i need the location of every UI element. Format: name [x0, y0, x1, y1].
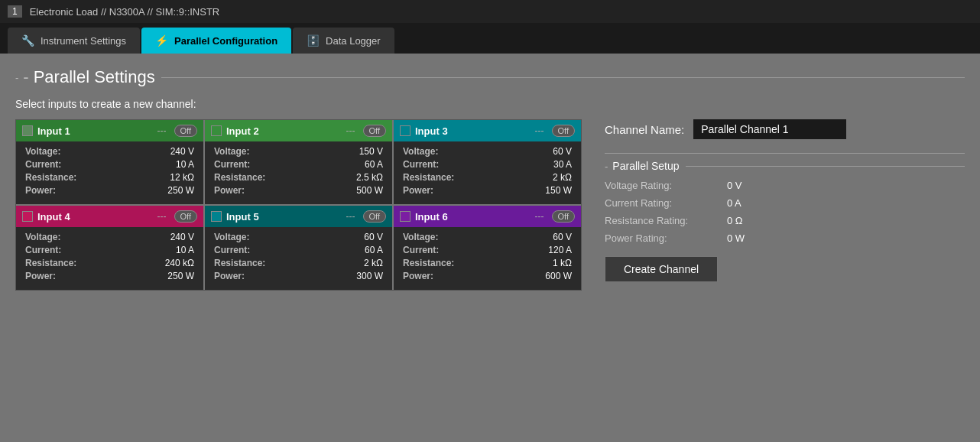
layout: Input 1 --- Off Voltage:240 V Current:10…: [15, 119, 965, 291]
r-label-4: Resistance:: [25, 258, 76, 268]
dashes-4: ---: [157, 211, 167, 222]
input-card-6[interactable]: Input 6 --- Off Voltage:60 V Current:120…: [394, 206, 581, 290]
power-rating-value: 0 W: [727, 232, 745, 244]
power-rating-label: Power Rating:: [605, 232, 712, 244]
tab-label: Parallel Configuration: [174, 35, 277, 47]
voltage-rating-value: 0 V: [727, 180, 742, 191]
main-content: - Parallel Settings Select inputs to cre…: [0, 54, 980, 442]
current-rating-value: 0 A: [727, 197, 741, 209]
p-val-2: 500 W: [356, 185, 383, 196]
logger-icon: 🗄️: [307, 34, 320, 47]
p-val-4: 250 W: [167, 271, 194, 281]
c-label-3: Current:: [403, 159, 439, 170]
window-number: 1: [8, 5, 22, 18]
dashes-2: ---: [346, 125, 355, 136]
color-box-5: [211, 211, 222, 222]
input-name-6: Input 6: [415, 211, 531, 223]
r-val-5: 2 kΩ: [364, 258, 383, 268]
tab-bar: 🔧 Instrument Settings ⚡ Parallel Configu…: [0, 23, 980, 54]
c-val-5: 60 A: [365, 245, 383, 255]
p-label-6: Power:: [403, 271, 433, 281]
v-val-5: 60 V: [364, 232, 383, 242]
input-name-5: Input 5: [226, 211, 342, 223]
color-box-1: [22, 125, 33, 136]
channel-name-label: Channel Name:: [605, 123, 684, 136]
v-label-5: Voltage:: [214, 232, 249, 242]
dashes-6: ---: [535, 211, 544, 222]
input-card-5[interactable]: Input 5 --- Off Voltage:60 V Current:60 …: [205, 206, 392, 290]
title-dash: -: [15, 72, 18, 83]
input-card-2[interactable]: Input 2 --- Off Voltage:150 V Current:60…: [205, 120, 392, 204]
dashes-3: ---: [535, 125, 544, 136]
tab-label: Instrument Settings: [41, 35, 126, 47]
p-val-5: 300 W: [356, 271, 383, 281]
p-label-1: Power:: [25, 185, 56, 196]
c-val-3: 30 A: [553, 159, 572, 170]
input-name-4: Input 4: [37, 211, 153, 223]
parallel-setup-title: Parallel Setup: [612, 160, 679, 172]
r-val-3: 2 kΩ: [553, 172, 572, 183]
current-rating-label: Current Rating:: [605, 197, 712, 209]
setup-dash: -: [605, 161, 608, 172]
color-box-4: [22, 211, 33, 222]
c-val-6: 120 A: [548, 245, 572, 255]
wrench-icon: 🔧: [21, 34, 34, 47]
v-val-6: 60 V: [553, 232, 572, 242]
c-label-2: Current:: [214, 159, 250, 170]
color-box-2: [211, 125, 222, 136]
title-bar: 1 Electronic Load // N3300A // SIM::9::I…: [0, 0, 980, 23]
v-label-2: Voltage:: [214, 146, 249, 157]
title-text: Electronic Load // N3300A // SIM::9::INS…: [30, 6, 220, 18]
input-grid: Input 1 --- Off Voltage:240 V Current:10…: [15, 119, 582, 291]
r-label-2: Resistance:: [214, 172, 265, 183]
tab-label: Data Logger: [326, 35, 381, 47]
r-val-4: 240 kΩ: [165, 258, 194, 268]
toggle-1[interactable]: Off: [174, 125, 197, 137]
parallel-setup-section: - Parallel Setup Voltage Rating: 0 V Cur…: [605, 153, 965, 244]
parallel-icon: ⚡: [155, 34, 168, 47]
channel-name-row: Channel Name:: [605, 119, 965, 139]
tab-parallel-configuration[interactable]: ⚡ Parallel Configuration: [141, 28, 291, 54]
input-card-3[interactable]: Input 3 --- Off Voltage:60 V Current:30 …: [394, 120, 581, 204]
c-label-1: Current:: [25, 159, 61, 170]
r-label-5: Resistance:: [214, 258, 265, 268]
toggle-3[interactable]: Off: [552, 125, 575, 137]
r-label-1: Resistance:: [25, 172, 76, 183]
p-label-5: Power:: [214, 271, 245, 281]
p-val-1: 250 W: [167, 185, 194, 196]
input-card-1[interactable]: Input 1 --- Off Voltage:240 V Current:10…: [16, 120, 203, 204]
c-val-2: 60 A: [365, 159, 383, 170]
c-val-4: 10 A: [176, 245, 194, 255]
page-title: Parallel Settings: [23, 67, 154, 87]
c-label-5: Current:: [214, 245, 250, 255]
v-label-6: Voltage:: [403, 232, 438, 242]
toggle-2[interactable]: Off: [363, 125, 386, 137]
tab-instrument-settings[interactable]: 🔧 Instrument Settings: [8, 28, 140, 54]
toggle-6[interactable]: Off: [552, 210, 575, 223]
v-val-1: 240 V: [170, 146, 194, 157]
v-val-2: 150 V: [359, 146, 383, 157]
v-label-4: Voltage:: [25, 232, 60, 242]
v-label-3: Voltage:: [403, 146, 438, 157]
tab-data-logger[interactable]: 🗄️ Data Logger: [293, 28, 394, 54]
resistance-rating-label: Resistance Rating:: [605, 215, 712, 226]
r-label-3: Resistance:: [403, 172, 454, 183]
input-name-1: Input 1: [37, 125, 153, 137]
r-val-2: 2.5 kΩ: [356, 172, 383, 183]
r-label-6: Resistance:: [403, 258, 454, 268]
input-card-4[interactable]: Input 4 --- Off Voltage:240 V Current:10…: [16, 206, 203, 290]
color-box-3: [400, 125, 410, 136]
p-val-3: 150 W: [545, 185, 572, 196]
create-channel-button[interactable]: Create Channel: [605, 256, 718, 282]
toggle-4[interactable]: Off: [174, 210, 197, 223]
toggle-5[interactable]: Off: [363, 210, 386, 223]
c-label-6: Current:: [403, 245, 439, 255]
channel-name-input[interactable]: [693, 119, 846, 139]
p-label-2: Power:: [214, 185, 245, 196]
voltage-rating-label: Voltage Rating:: [605, 180, 712, 191]
v-val-4: 240 V: [170, 232, 194, 242]
select-label: Select inputs to create a new channel:: [15, 98, 965, 110]
c-label-4: Current:: [25, 245, 61, 255]
r-val-6: 1 kΩ: [553, 258, 572, 268]
color-box-6: [400, 211, 410, 222]
